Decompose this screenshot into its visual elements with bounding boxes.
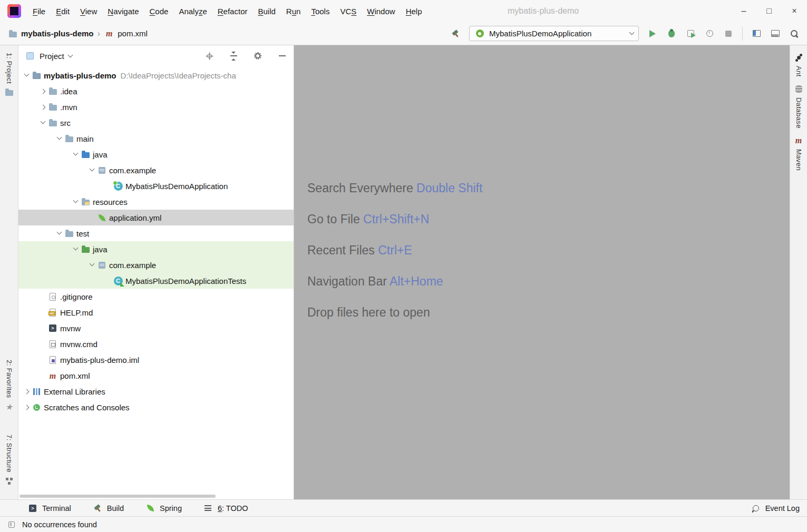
chevron-expanded-icon[interactable] [89, 166, 94, 172]
folder-src-icon [80, 150, 91, 159]
run-button[interactable] [647, 29, 658, 38]
tree-row[interactable]: mybatis-plus-demoD:\IdeaProjects\IdeaPro… [18, 67, 294, 83]
run-configuration-select[interactable]: MybatisPlusDemoApplication [469, 26, 639, 41]
tree-row[interactable]: java [18, 241, 294, 257]
shortcut-action: Recent Files [307, 243, 378, 257]
chevron-collapsed-icon[interactable] [24, 405, 29, 410]
collapse-all-icon[interactable] [228, 51, 239, 61]
chevron-slot [22, 406, 31, 409]
search-everywhere-icon[interactable] [789, 29, 800, 38]
menu-vcs[interactable]: VCS [335, 7, 362, 16]
tool-window-button-build[interactable]: Build [92, 504, 124, 513]
tree-item-label: main [76, 134, 94, 143]
menu-tools[interactable]: Tools [306, 7, 335, 16]
layout-icon[interactable] [770, 29, 781, 38]
tree-row[interactable]: com.example [18, 257, 294, 273]
tree-item-label: mybatis-plus-demo [44, 71, 116, 80]
menu-navigate[interactable]: Navigate [102, 7, 144, 16]
tree-row[interactable]: resources [18, 194, 294, 210]
breadcrumb: mybatis-plus-demo›pom.xml [0, 28, 148, 39]
project-horizontal-scrollbar[interactable] [20, 495, 216, 498]
chevron-down-icon [629, 30, 635, 35]
run-toolbar: MybatisPlusDemoApplication [450, 26, 807, 41]
project-panel-title[interactable]: Project [40, 52, 64, 61]
database-icon [793, 84, 804, 94]
tool-window-button-spring[interactable]: Spring [145, 504, 182, 513]
tree-row[interactable]: MybatisPlusDemoApplicationTests [18, 273, 294, 289]
menu-bar: FileEditViewNavigateCodeAnalyzeRefactorB… [0, 0, 807, 22]
chevron-expanded-icon[interactable] [40, 119, 45, 124]
tree-row[interactable]: External Libraries [18, 383, 294, 399]
tool-window-button-terminal[interactable]: Terminal [27, 504, 71, 513]
chevron-expanded-icon[interactable] [73, 151, 78, 156]
hide-panel-icon[interactable] [277, 51, 287, 61]
tree-row[interactable]: com.example [18, 162, 294, 178]
chevron-slot [71, 249, 80, 250]
tool-window-button-6-todo[interactable]: 6: TODO [203, 504, 248, 513]
build-hammer-icon[interactable] [450, 29, 461, 38]
maximize-button[interactable]: □ [756, 0, 782, 22]
chevron-collapsed-icon[interactable] [40, 104, 45, 110]
debug-button[interactable] [666, 29, 677, 38]
chevron-expanded-icon[interactable] [89, 261, 94, 267]
menu-file[interactable]: File [27, 7, 51, 16]
chevron-expanded-icon[interactable] [56, 230, 62, 235]
tree-row[interactable]: Scratches and Consoles [18, 399, 294, 415]
tool-window-button-7-structure[interactable]: 7: Structure [4, 435, 14, 486]
chevron-expanded-icon[interactable] [24, 72, 29, 77]
tree-row[interactable]: src [18, 115, 294, 131]
minimize-button[interactable]: – [731, 0, 756, 22]
tree-row[interactable]: application.yml [18, 210, 294, 225]
tree-row[interactable]: .gitignore [18, 289, 294, 304]
project-icon [31, 71, 42, 80]
tree-row[interactable]: HELP.md [18, 304, 294, 320]
todo-icon [203, 504, 213, 513]
chevron-expanded-icon[interactable] [73, 245, 78, 251]
menu-build[interactable]: Build [252, 7, 280, 16]
chevron-expanded-icon[interactable] [56, 135, 62, 140]
profiler-button[interactable] [704, 29, 715, 38]
project-view-chevron-icon[interactable] [67, 52, 73, 57]
menu-analyze[interactable]: Analyze [173, 7, 212, 16]
tree-row[interactable]: .idea [18, 83, 294, 99]
chevron-collapsed-icon[interactable] [24, 389, 29, 394]
tree-row[interactable]: mvnw [18, 320, 294, 336]
tree-row[interactable]: main [18, 131, 294, 146]
chevron-expanded-icon[interactable] [73, 198, 78, 203]
stripe-toggle-icon[interactable] [6, 520, 17, 529]
select-opened-file-icon[interactable] [204, 51, 215, 61]
tree-row[interactable]: .mvn [18, 99, 294, 115]
folder-icon [4, 87, 14, 97]
breadcrumb-item[interactable]: pom.xml [104, 29, 148, 38]
run-with-coverage-button[interactable] [685, 29, 696, 38]
project-structure-icon[interactable] [751, 29, 762, 38]
tree-item-label: .mvn [60, 103, 77, 112]
chevron-slot [71, 201, 80, 202]
tree-row[interactable]: java [18, 146, 294, 162]
menu-edit[interactable]: Edit [51, 7, 75, 16]
tree-row[interactable]: mybatis-plus-demo.iml [18, 352, 294, 368]
menu-help[interactable]: Help [401, 7, 427, 16]
menu-code[interactable]: Code [144, 7, 174, 16]
close-button[interactable]: × [782, 0, 807, 22]
chevron-collapsed-icon[interactable] [40, 88, 45, 94]
menu-view[interactable]: View [75, 7, 102, 16]
menu-window[interactable]: Window [362, 7, 400, 16]
tool-window-button-maven[interactable]: Maven [793, 136, 804, 171]
settings-gear-icon[interactable] [252, 51, 263, 61]
chevron-slot [87, 264, 96, 265]
tool-window-button-database[interactable]: Database [793, 84, 804, 129]
tree-row[interactable]: mvnw.cmd [18, 336, 294, 352]
breadcrumb-item[interactable]: mybatis-plus-demo [7, 29, 94, 38]
tree-row[interactable]: test [18, 225, 294, 241]
tool-window-button-1-project[interactable]: 1: Project [4, 53, 14, 97]
menu-refactor[interactable]: Refactor [212, 7, 253, 16]
window-controls: – □ × [731, 0, 807, 22]
tool-window-button-ant[interactable]: Ant [793, 53, 804, 77]
tree-row[interactable]: MybatisPlusDemoApplication [18, 178, 294, 194]
tool-window-button-2-favorites[interactable]: 2: Favorites [4, 360, 14, 411]
tree-row[interactable]: pom.xml [18, 368, 294, 383]
maven-icon [47, 371, 58, 380]
menu-run[interactable]: Run [281, 7, 306, 16]
tool-window-button-event-log[interactable]: Event Log [751, 504, 800, 513]
